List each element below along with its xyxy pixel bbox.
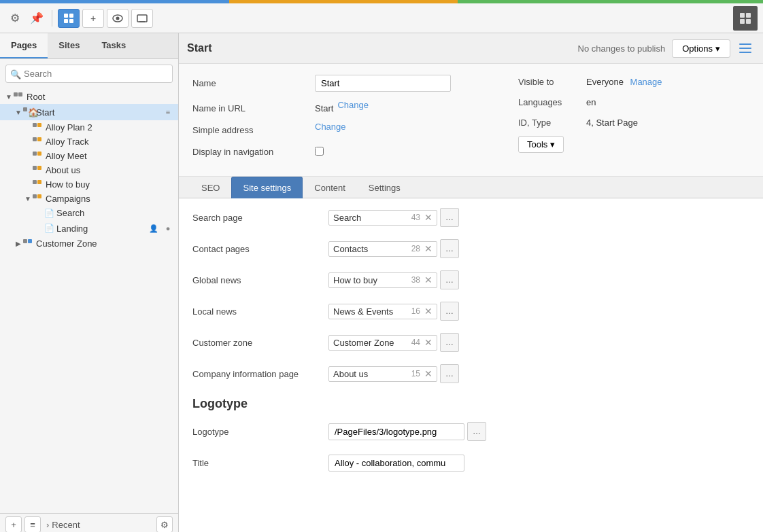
tab-pages[interactable]: Pages (0, 33, 48, 58)
name-row: Name (192, 75, 518, 92)
tab-tasks[interactable]: Tasks (90, 33, 137, 58)
local-news-remove[interactable]: ✕ (424, 306, 433, 316)
tree-item-customer-zone[interactable]: ▶ Customer Zone (0, 236, 178, 251)
search-page-remove[interactable]: ✕ (424, 213, 433, 222)
pages-icon-button[interactable] (58, 9, 80, 28)
svg-rect-3 (69, 19, 73, 23)
options-button[interactable]: Options ▾ (672, 39, 730, 58)
tree-actions-landing: 👤 ● (148, 222, 174, 234)
search-input[interactable] (5, 65, 173, 83)
tree-item-campaigns[interactable]: ▼ Campaigns (0, 192, 178, 206)
tree-item-root[interactable]: ▼ Root (0, 90, 178, 104)
tree-item-search[interactable]: 📄 Search (0, 206, 178, 220)
tree-label-landing: Landing (56, 224, 88, 234)
tab-seo[interactable]: SEO (190, 177, 231, 198)
search-page-tag: Search 43 ✕ (328, 210, 437, 226)
tree-item-alloy-plan[interactable]: Alloy Plan 2 (0, 120, 178, 135)
tab-settings[interactable]: Settings (357, 177, 412, 198)
page-tree: ▼ Root ▼ 🏠 Start ≡ (0, 88, 178, 513)
tree-item-landing[interactable]: 📄 Landing 👤 ● (0, 220, 178, 236)
tools-row: Tools ▾ (518, 136, 749, 153)
tree-action-menu[interactable]: ≡ (162, 106, 174, 118)
svg-rect-8 (740, 13, 745, 18)
tree-toggle-root[interactable]: ▼ (4, 92, 14, 102)
tree-toggle-landing (34, 224, 44, 233)
tree-toggle-about-us[interactable] (23, 166, 33, 175)
tree-label-alloy-track: Alloy Track (46, 137, 89, 147)
tree-label-alloy-meet: Alloy Meet (46, 151, 87, 161)
company-info-browse[interactable]: … (440, 364, 459, 383)
logotype-input[interactable] (328, 423, 464, 440)
landing-user-icon[interactable]: 👤 (148, 222, 160, 234)
company-info-remove[interactable]: ✕ (424, 369, 433, 378)
tree-item-alloy-track[interactable]: Alloy Track (0, 135, 178, 149)
customer-zone-browse[interactable]: … (440, 333, 459, 352)
page-icon-landing: 📄 (44, 224, 54, 233)
global-news-tag-num: 38 (411, 275, 420, 285)
local-news-browse[interactable]: … (440, 302, 459, 321)
main-layout: Pages Sites Tasks 🔍 ▼ Root ▼ (0, 33, 763, 532)
tab-site-settings[interactable]: Site settings (231, 177, 303, 198)
manage-link[interactable]: Manage (630, 77, 662, 87)
top-toolbar: ⚙ 📌 + (0, 3, 763, 33)
tree-label-search: Search (56, 208, 84, 218)
languages-row: Languages en (518, 95, 749, 107)
tab-sites[interactable]: Sites (48, 33, 90, 58)
landing-circle-icon[interactable]: ● (162, 222, 174, 234)
customer-zone-remove[interactable]: ✕ (424, 338, 433, 347)
page-icon-search: 📄 (44, 209, 54, 218)
properties-section: Name Name in URL Start Change Simple add… (179, 64, 763, 177)
contact-pages-remove[interactable]: ✕ (424, 244, 433, 253)
tree-label-how-to-buy: How to buy (46, 179, 90, 190)
tree-toggle-start[interactable]: ▼ (14, 107, 23, 117)
site-settings-content: Search page Search 43 ✕ … Contact pages … (179, 198, 763, 489)
search-page-tag-num: 43 (411, 213, 420, 222)
options-arrow-icon: ▾ (715, 43, 720, 54)
screen-button[interactable] (131, 9, 153, 28)
tree-item-alloy-meet[interactable]: Alloy Meet (0, 149, 178, 163)
svg-rect-10 (740, 19, 745, 24)
tree-toggle-how-to-buy[interactable] (23, 180, 33, 190)
global-news-browse[interactable]: … (440, 270, 459, 289)
no-changes-text: No changes to publish (578, 43, 666, 54)
pin-button[interactable]: 📌 (27, 9, 46, 28)
logotype-browse[interactable]: … (467, 422, 486, 441)
gear-button[interactable]: ⚙ (5, 9, 24, 28)
tree-toggle-campaigns[interactable]: ▼ (23, 194, 33, 204)
tools-arrow-icon: ▾ (550, 139, 555, 149)
contact-pages-tag: Contacts 28 ✕ (328, 241, 437, 257)
tree-toggle-alloy-track[interactable] (23, 137, 33, 147)
tree-toggle-alloy-plan[interactable] (23, 123, 33, 132)
add-page-button[interactable]: + (5, 516, 22, 532)
preview-button[interactable] (107, 9, 129, 28)
sidebar-gear-button[interactable]: ⚙ (156, 516, 173, 532)
local-news-tag-num: 16 (411, 306, 420, 316)
company-info-label: Company information page (192, 369, 328, 379)
tree-toggle-alloy-meet[interactable] (23, 152, 33, 161)
contact-pages-browse[interactable]: … (440, 239, 459, 258)
tools-button[interactable]: Tools ▾ (518, 136, 564, 153)
display-nav-checkbox[interactable] (315, 147, 324, 156)
sidebar: Pages Sites Tasks 🔍 ▼ Root ▼ (0, 33, 179, 532)
languages-label: Languages (518, 95, 586, 107)
title-input[interactable] (328, 455, 464, 472)
search-page-browse[interactable]: … (440, 208, 459, 227)
list-view-button[interactable] (736, 39, 755, 58)
tree-item-about-us[interactable]: About us (0, 163, 178, 177)
tree-item-start[interactable]: ▼ 🏠 Start ≡ (0, 104, 178, 120)
tree-label-campaigns: Campaigns (46, 194, 90, 204)
name-input[interactable] (315, 75, 451, 92)
global-news-remove[interactable]: ✕ (424, 275, 433, 285)
tree-toggle-customer-zone[interactable]: ▶ (14, 239, 23, 249)
tree-item-how-to-buy[interactable]: How to buy (0, 177, 178, 192)
change-url-link[interactable]: Change (337, 100, 369, 110)
simple-address-change-link[interactable]: Change (315, 122, 346, 132)
id-type-value: 4, Start Page (586, 116, 638, 128)
svg-rect-9 (746, 13, 751, 18)
customer-zone-tag: Customer Zone 44 ✕ (328, 335, 437, 351)
list-options-button[interactable]: ≡ (24, 516, 41, 532)
contact-pages-tag-label: Contacts (333, 244, 409, 254)
files-button[interactable] (733, 6, 758, 31)
add-button[interactable]: + (82, 9, 104, 28)
tab-content[interactable]: Content (303, 177, 357, 198)
